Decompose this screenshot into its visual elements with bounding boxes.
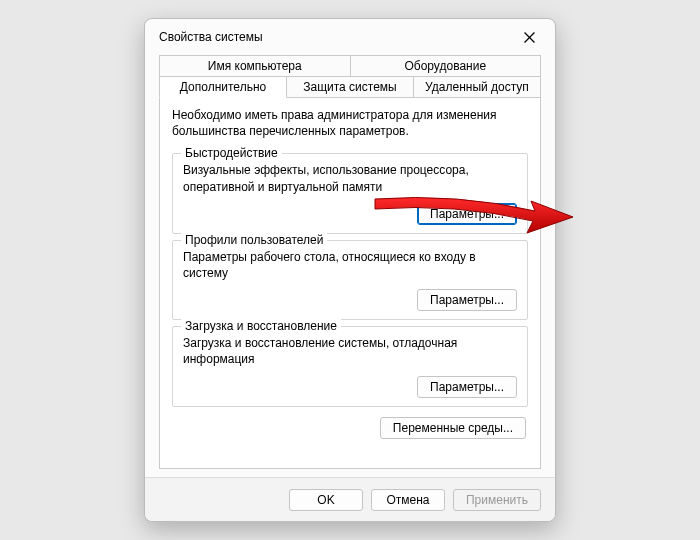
group-user-profiles: Профили пользователей Параметры рабочего… (172, 240, 528, 320)
tab-advanced[interactable]: Дополнительно (159, 76, 287, 98)
dialog-footer: OK Отмена Применить (145, 477, 555, 521)
titlebar: Свойства системы (145, 19, 555, 55)
tab-remote[interactable]: Удаленный доступ (414, 76, 541, 98)
startup-settings-button[interactable]: Параметры... (417, 376, 517, 398)
system-properties-dialog: Свойства системы Имя компьютера Оборудов… (144, 18, 556, 522)
group-startup-title: Загрузка и восстановление (181, 319, 341, 333)
group-profiles-desc: Параметры рабочего стола, относящиеся ко… (183, 249, 517, 281)
group-startup-recovery: Загрузка и восстановление Загрузка и вос… (172, 326, 528, 406)
profiles-settings-button[interactable]: Параметры... (417, 289, 517, 311)
group-performance: Быстродействие Визуальные эффекты, испол… (172, 153, 528, 233)
close-button[interactable] (511, 23, 547, 51)
close-icon (524, 32, 535, 43)
cancel-button[interactable]: Отмена (371, 489, 445, 511)
ok-button[interactable]: OK (289, 489, 363, 511)
group-performance-desc: Визуальные эффекты, использование процес… (183, 162, 517, 194)
apply-button: Применить (453, 489, 541, 511)
tab-panel-advanced: Необходимо иметь права администратора дл… (159, 97, 541, 469)
tab-computer-name[interactable]: Имя компьютера (159, 55, 351, 76)
window-title: Свойства системы (159, 30, 263, 44)
environment-variables-button[interactable]: Переменные среды... (380, 417, 526, 439)
dialog-content: Имя компьютера Оборудование Дополнительн… (145, 55, 555, 477)
tab-hardware[interactable]: Оборудование (351, 55, 542, 76)
admin-note: Необходимо иметь права администратора дл… (172, 107, 528, 139)
tab-system-protection[interactable]: Защита системы (287, 76, 414, 98)
group-startup-desc: Загрузка и восстановление системы, отлад… (183, 335, 517, 367)
performance-settings-button[interactable]: Параметры... (417, 203, 517, 225)
group-performance-title: Быстродействие (181, 146, 282, 160)
tab-strip: Имя компьютера Оборудование Дополнительн… (159, 55, 541, 98)
group-profiles-title: Профили пользователей (181, 233, 327, 247)
